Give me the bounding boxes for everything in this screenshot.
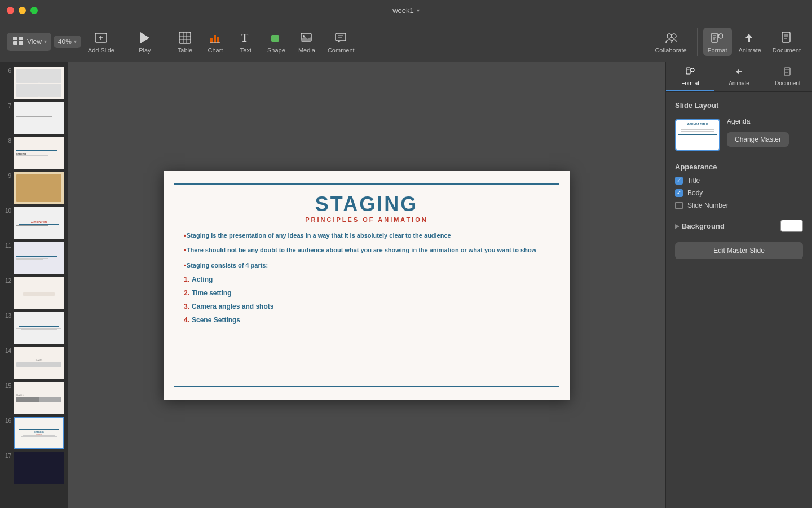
background-section: ▶ Background	[675, 220, 803, 232]
layout-preview-body-1	[681, 129, 714, 130]
appearance-body-item: ✓ Body	[675, 189, 803, 197]
slide-number-6: 6	[3, 67, 11, 74]
layout-preview-line-1	[678, 128, 717, 128]
collaborate-button[interactable]: Collaborate	[650, 28, 691, 56]
slide-thumbnail-7	[14, 102, 64, 134]
slide-number-17: 17	[3, 452, 11, 459]
canvas-area[interactable]: STAGING PRINCIPLES OF ANIMATION •Staging…	[68, 62, 665, 508]
body-check-mark: ✓	[677, 190, 681, 196]
text-button[interactable]: T Text	[232, 28, 260, 56]
slide-list-item-4: 4.Scene Settings	[184, 316, 549, 324]
slide-number-13: 13	[3, 312, 11, 319]
slide-item-17[interactable]: 17	[3, 452, 64, 484]
slide-bullet-1: •Staging is the presentation of any idea…	[184, 231, 549, 240]
slide-canvas: STAGING PRINCIPLES OF ANIMATION •Staging…	[164, 171, 570, 400]
minimize-button[interactable]	[19, 7, 26, 14]
zoom-button[interactable]: 40% ▾	[54, 36, 81, 48]
slide-thumbnail-16: STAGING PRINCIPLES	[14, 417, 64, 449]
title-chevron-icon[interactable]: ▾	[417, 7, 420, 14]
slide-number-9: 9	[3, 172, 11, 179]
background-color-swatch[interactable]	[780, 220, 803, 232]
table-label: Table	[178, 47, 192, 54]
layout-preview-line-2	[678, 134, 717, 135]
tab-animate[interactable]: Animate	[714, 62, 763, 91]
add-slide-label: Add Slide	[88, 47, 114, 54]
format-tab[interactable]: Format	[703, 28, 732, 56]
slide-panel[interactable]: 6 7	[0, 62, 68, 508]
slide-item-16[interactable]: 16 STAGING PRINCIPLES	[3, 417, 64, 449]
slide-thumbnail-6	[14, 67, 64, 99]
edit-master-button[interactable]: Edit Master Slide	[675, 242, 803, 259]
slide-item-14[interactable]: 14 CLASS 5	[3, 347, 64, 379]
svg-rect-30	[782, 32, 790, 42]
background-chevron-icon: ▶	[675, 223, 679, 229]
slide-item-6[interactable]: 6	[3, 67, 64, 99]
slide-number-label: Slide Number	[687, 202, 729, 209]
slide-item-8[interactable]: 8 STRETCH	[3, 137, 64, 169]
shape-button[interactable]: Shape	[262, 28, 290, 56]
separator-1	[125, 28, 125, 56]
slide-item-7[interactable]: 7	[3, 102, 64, 134]
title-bar: week1 ▾	[0, 0, 812, 21]
format-label: Format	[708, 47, 727, 54]
table-button[interactable]: Table	[171, 28, 199, 56]
view-button[interactable]: View ▾	[7, 33, 51, 51]
window-title: week1 ▾	[392, 6, 420, 15]
slide-title: STAGING	[184, 192, 549, 216]
tab-document[interactable]: Document	[764, 62, 812, 91]
list-num-2: 2.	[184, 289, 189, 297]
svg-point-37	[691, 68, 694, 72]
bullet-dot-2: •	[184, 247, 186, 253]
slide-number-15: 15	[3, 382, 11, 389]
chart-label: Chart	[208, 47, 223, 54]
slide-thumbnail-8: STRETCH	[14, 137, 64, 169]
body-checkbox[interactable]: ✓	[675, 189, 683, 197]
traffic-lights	[7, 7, 38, 14]
slide-item-11[interactable]: 11	[3, 242, 64, 274]
svg-rect-25	[712, 33, 717, 42]
title-checkbox[interactable]: ✓	[675, 177, 683, 185]
chart-icon	[208, 30, 223, 46]
add-slide-icon	[93, 30, 109, 46]
right-panel-content: Slide Layout AGENDA TITLE Agenda Change …	[666, 92, 812, 508]
layout-preview: AGENDA TITLE	[675, 119, 720, 151]
layout-preview-body-2	[681, 131, 714, 132]
play-label: Play	[139, 47, 151, 54]
slide-number-14: 14	[3, 347, 11, 354]
list-num-4: 4.	[184, 316, 189, 324]
toolbar: View ▾ 40% ▾ Add Slide Play	[0, 21, 812, 62]
slide-item-10[interactable]: 10 ANTICIPATION	[3, 207, 64, 239]
slide-number-12: 12	[3, 277, 11, 284]
slide-item-12[interactable]: 12	[3, 277, 64, 309]
slide-item-9[interactable]: 9	[3, 172, 64, 204]
animate-tab[interactable]: Animate	[734, 28, 766, 56]
slide-thumbnail-9	[14, 172, 64, 204]
close-button[interactable]	[7, 7, 14, 14]
view-chevron-icon: ▾	[44, 38, 47, 45]
change-master-button[interactable]: Change Master	[727, 132, 789, 147]
tab-format[interactable]: Format	[666, 62, 714, 91]
svg-text:T: T	[241, 32, 249, 44]
maximize-button[interactable]	[30, 7, 38, 14]
bullet-dot-1: •	[184, 232, 186, 239]
slide-number-checkbox[interactable]	[675, 202, 683, 209]
slide-item-13[interactable]: 13	[3, 312, 64, 344]
svg-rect-12	[210, 38, 213, 43]
slide-number-16: 16	[3, 417, 11, 424]
comment-button[interactable]: Comment	[323, 28, 359, 56]
collaborate-label: Collaborate	[655, 47, 686, 54]
add-slide-button[interactable]: Add Slide	[83, 28, 119, 56]
animate-icon	[742, 30, 758, 46]
title-label: Title	[687, 177, 700, 185]
body-label: Body	[687, 189, 703, 197]
slide-item-15[interactable]: 15 CLASS 5	[3, 382, 64, 414]
slide-thumbnail-10: ANTICIPATION	[14, 207, 64, 239]
chart-button[interactable]: Chart	[201, 28, 230, 56]
svg-rect-13	[214, 35, 216, 43]
media-button[interactable]: Media	[293, 28, 321, 56]
document-tab-icon	[783, 67, 793, 79]
appearance-title-item: ✓ Title	[675, 177, 803, 185]
slide-top-line	[174, 183, 559, 185]
document-tab[interactable]: Document	[768, 28, 805, 56]
play-button[interactable]: Play	[131, 28, 159, 56]
